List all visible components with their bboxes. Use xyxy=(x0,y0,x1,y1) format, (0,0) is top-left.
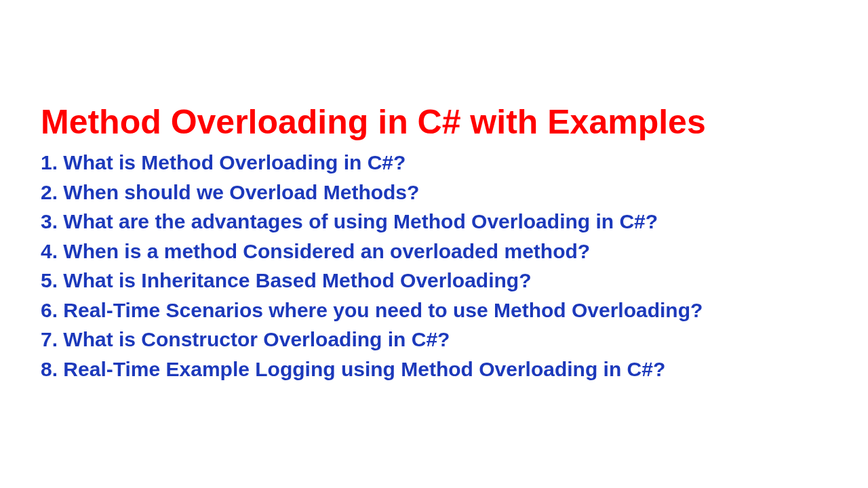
list-item: 8. Real-Time Example Logging using Metho… xyxy=(41,354,827,384)
list-item: 6. Real-Time Scenarios where you need to… xyxy=(41,296,827,325)
topic-list: 1. What is Method Overloading in C#? 2. … xyxy=(41,148,827,384)
list-item: 3. What are the advantages of using Meth… xyxy=(41,207,827,237)
list-item: 2. When should we Overload Methods? xyxy=(41,178,827,207)
list-item: 1. What is Method Overloading in C#? xyxy=(41,148,827,178)
list-item: 7. What is Constructor Overloading in C#… xyxy=(41,325,827,354)
list-item: 5. What is Inheritance Based Method Over… xyxy=(41,266,827,296)
list-item: 4. When is a method Considered an overlo… xyxy=(41,237,827,266)
page-title: Method Overloading in C# with Examples xyxy=(41,102,827,142)
